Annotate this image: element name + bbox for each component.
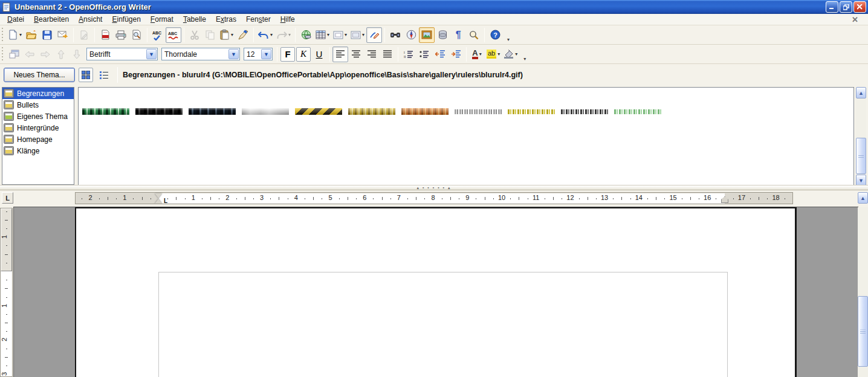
auto-spellcheck-button[interactable]: ABC xyxy=(166,27,181,43)
list-view-button[interactable] xyxy=(97,68,111,82)
gallery-thumbnail-panel[interactable] xyxy=(78,87,854,186)
gallery-theme-item[interactable]: Bullets xyxy=(2,99,74,111)
chevron-down-icon[interactable]: ▼ xyxy=(146,49,157,59)
menu-hilfe[interactable]: Hilfe xyxy=(276,14,300,25)
paragraph-style-value[interactable]: Betrifft xyxy=(87,50,146,59)
indent-marker[interactable] xyxy=(155,193,163,204)
move-down-icon[interactable] xyxy=(69,47,85,62)
export-pdf-button[interactable] xyxy=(97,27,113,43)
gallery-thumbnail-yellow-dashed-ruler[interactable] xyxy=(508,109,555,114)
menu-tabelle[interactable]: Tabelle xyxy=(178,14,211,25)
align-right-button[interactable] xyxy=(364,47,380,62)
undo-button[interactable]: ▾ xyxy=(256,27,274,43)
scroll-up-icon[interactable]: ▲ xyxy=(858,192,868,204)
menu-datei[interactable]: Datei xyxy=(2,14,29,25)
document-page[interactable] xyxy=(75,207,797,377)
font-size-value[interactable]: 12 xyxy=(244,50,261,59)
gallery-theme-item[interactable]: Begrenzungen xyxy=(2,88,74,99)
gallery-thumbnail-white-gray-ruler[interactable] xyxy=(242,108,289,115)
toolbar-grip[interactable] xyxy=(1,28,4,42)
menu-ansicht[interactable]: Ansicht xyxy=(74,14,107,25)
align-center-button[interactable] xyxy=(348,47,364,62)
insert-frame-button[interactable]: ▾ xyxy=(331,27,349,43)
gallery-thumbnail-gray-dashed-ruler[interactable] xyxy=(455,109,502,114)
next-style-icon[interactable] xyxy=(37,47,53,62)
toolbar-overflow-button[interactable]: ▾ xyxy=(522,56,528,62)
navigator-button[interactable] xyxy=(403,27,419,43)
menu-extras[interactable]: Extras xyxy=(211,14,241,25)
move-up-icon[interactable] xyxy=(53,47,69,62)
horizontal-ruler[interactable]: 21123456789101112131415161718 L xyxy=(75,192,793,204)
spellcheck-button[interactable]: ABC xyxy=(150,27,166,43)
gallery-thumbnail-dark-dashed-ruler[interactable] xyxy=(561,109,608,114)
gallery-thumbnail-hazard-stripe-ruler[interactable] xyxy=(295,108,342,115)
new-theme-button[interactable]: Neues Thema... xyxy=(4,68,75,82)
formatting-marks-button[interactable]: ¶ xyxy=(450,27,466,43)
font-color-button[interactable]: A ▾ xyxy=(469,47,485,62)
print-button[interactable] xyxy=(113,27,129,43)
text-boundary[interactable] xyxy=(158,272,728,377)
data-sources-button[interactable] xyxy=(435,27,450,43)
paragraph-style-combo[interactable]: Betrifft ▼ xyxy=(86,48,158,60)
justify-button[interactable] xyxy=(380,47,395,62)
menu-format[interactable]: Format xyxy=(146,14,178,25)
gallery-scrollbar[interactable]: ▲ ▼ xyxy=(856,87,866,186)
format-paintbrush-button[interactable] xyxy=(235,27,251,43)
toolbar-overflow-button[interactable]: ▾ xyxy=(505,36,511,43)
menu-bearbeiten[interactable]: Bearbeiten xyxy=(29,14,74,25)
decrease-indent-button[interactable] xyxy=(432,47,448,62)
font-name-value[interactable]: Thorndale xyxy=(162,50,228,59)
gallery-theme-item[interactable]: Klänge xyxy=(2,145,74,156)
gallery-theme-item[interactable]: Eigenes Thema xyxy=(2,111,74,122)
toolbar-grip[interactable] xyxy=(1,47,4,62)
zoom-button[interactable] xyxy=(466,27,482,43)
edit-file-button[interactable] xyxy=(76,27,92,43)
dropdown-arrow-icon[interactable]: ▾ xyxy=(362,32,364,37)
dropdown-arrow-icon[interactable]: ▾ xyxy=(497,51,500,57)
close-document-icon[interactable]: ✕ xyxy=(849,15,861,24)
dropdown-arrow-icon[interactable]: ▾ xyxy=(19,32,22,37)
italic-button[interactable]: K xyxy=(296,47,311,62)
copy-button[interactable] xyxy=(202,27,218,43)
redo-button[interactable]: ▾ xyxy=(274,27,293,43)
open-button[interactable] xyxy=(24,27,39,43)
gallery-thumbnail-green-ruler[interactable] xyxy=(82,108,129,115)
scroll-thumb[interactable] xyxy=(858,296,868,367)
dropdown-arrow-icon[interactable]: ▾ xyxy=(270,32,273,37)
dropdown-arrow-icon[interactable]: ▾ xyxy=(515,51,517,57)
align-left-button[interactable] xyxy=(332,47,348,62)
scroll-up-icon[interactable]: ▲ xyxy=(856,87,866,98)
gallery-thumbnail-steel-blue-ruler[interactable] xyxy=(189,108,236,115)
splitter-grip-icon[interactable]: ▴ ▪ ▪ ▪ ▪ ▪ ▴ xyxy=(416,185,451,190)
background-color-button[interactable]: ▾ xyxy=(502,47,519,62)
previous-style-icon[interactable] xyxy=(22,47,37,62)
gallery-button[interactable] xyxy=(419,27,435,43)
hyperlink-button[interactable] xyxy=(298,27,314,43)
icon-view-button[interactable] xyxy=(79,68,93,82)
underline-button[interactable]: U xyxy=(312,47,326,62)
menu-einfgen[interactable]: Einfügen xyxy=(107,14,145,25)
dropdown-arrow-icon[interactable]: ▾ xyxy=(231,32,233,37)
chevron-down-icon[interactable]: ▼ xyxy=(261,49,271,59)
dropdown-arrow-icon[interactable]: ▾ xyxy=(345,32,347,37)
vertical-ruler[interactable]: 1123 xyxy=(0,208,13,377)
draw-functions-button[interactable] xyxy=(366,27,382,43)
dropdown-arrow-icon[interactable]: ▾ xyxy=(288,32,291,37)
cut-button[interactable] xyxy=(187,27,202,43)
bold-button[interactable]: F xyxy=(280,47,295,62)
dropdown-arrow-icon[interactable]: ▾ xyxy=(327,32,329,37)
font-size-combo[interactable]: 12 ▼ xyxy=(244,48,273,60)
find-replace-button[interactable] xyxy=(387,27,403,43)
dropdown-arrow-icon[interactable]: ▾ xyxy=(479,51,482,57)
numbered-list-button[interactable]: III xyxy=(401,47,416,62)
paste-button[interactable]: ▾ xyxy=(218,27,235,43)
gallery-resize-splitter[interactable]: ▴ ▪ ▪ ▪ ▪ ▪ ▴ xyxy=(0,185,868,190)
gallery-thumbnail-green-dashed-ruler[interactable] xyxy=(614,109,661,114)
gallery-thumbnail-black-ruler[interactable] xyxy=(135,108,183,115)
font-name-combo[interactable]: Thorndale ▼ xyxy=(161,48,240,60)
tab-type-selector[interactable]: L xyxy=(2,192,13,204)
bullet-list-button[interactable] xyxy=(416,47,432,62)
restore-button[interactable] xyxy=(840,1,852,13)
minimize-button[interactable] xyxy=(826,1,838,13)
increase-indent-button[interactable] xyxy=(448,47,464,62)
